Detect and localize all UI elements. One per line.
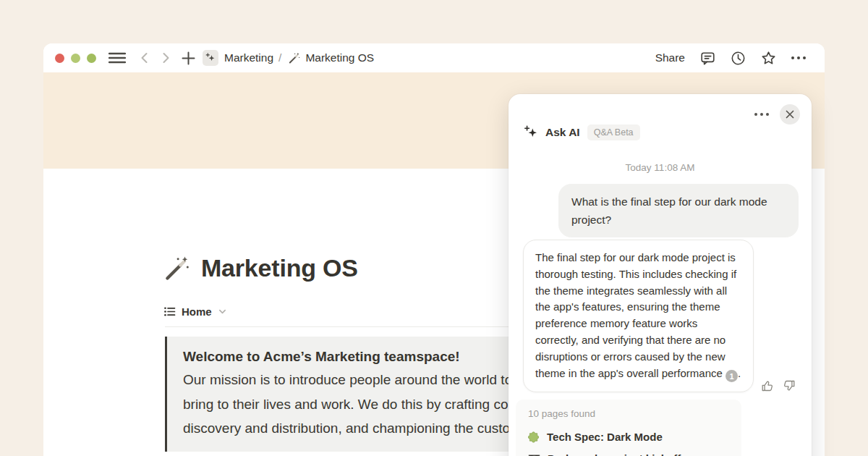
zoom-window-light[interactable]	[87, 54, 96, 63]
view-tab-home[interactable]: Home	[163, 305, 226, 318]
close-icon	[786, 110, 794, 119]
page-title[interactable]: Marketing OS	[201, 254, 358, 282]
ai-sparkle-icon	[524, 125, 538, 140]
panel-more-button[interactable]	[754, 113, 769, 116]
toolbar-actions: Share	[655, 51, 806, 66]
back-icon[interactable]	[138, 51, 151, 64]
source-item[interactable]: Dark mode project kickoff	[528, 447, 741, 456]
more-options-button[interactable]	[791, 56, 806, 59]
chat-timestamp: Today 11:08 AM	[509, 162, 812, 173]
ai-response-period: .	[738, 367, 741, 379]
breadcrumb-separator: /	[278, 51, 281, 64]
thumbs-down-icon[interactable]	[783, 379, 796, 392]
panel-header: Ask AI Q&A Beta	[524, 124, 640, 140]
qa-beta-badge: Q&A Beta	[587, 124, 640, 140]
wand-icon-large[interactable]	[163, 256, 190, 282]
wand-icon	[288, 52, 300, 64]
share-button[interactable]: Share	[655, 51, 685, 64]
close-window-light[interactable]	[55, 54, 64, 63]
screenshot-stage: Marketing / Marketing OS Share	[0, 0, 868, 456]
thumbs-up-icon[interactable]	[761, 379, 774, 392]
minimize-window-light[interactable]	[71, 54, 80, 63]
source-item[interactable]: Tech Spec: Dark Mode	[528, 426, 741, 447]
window-controls	[55, 54, 96, 63]
ai-response-bubble: The final step for our dark mode project…	[523, 240, 754, 392]
sources-count: 10 pages found	[528, 408, 741, 419]
updates-clock-icon[interactable]	[731, 51, 746, 66]
user-message-bubble: What is the final step for our dark mode…	[558, 184, 799, 237]
new-page-icon[interactable]	[182, 51, 195, 65]
sidebar-menu-icon[interactable]	[109, 51, 126, 64]
ai-response-text: The final step for our dark mode project…	[535, 251, 736, 379]
panel-title: Ask AI	[545, 126, 580, 139]
view-tab-label: Home	[182, 305, 212, 318]
teamspace-sparkle-icon[interactable]	[203, 50, 218, 66]
source-title: Tech Spec: Dark Mode	[547, 431, 663, 443]
citation-badge[interactable]: 1	[726, 370, 738, 382]
puzzle-icon	[528, 431, 540, 443]
sources-panel: 10 pages found Tech Spec: Dark Mode Dark…	[516, 400, 741, 456]
ask-ai-panel: Ask AI Q&A Beta Today 11:08 AM What is t…	[509, 94, 812, 456]
page-title-row: Marketing OS	[163, 254, 358, 282]
list-view-icon	[163, 305, 176, 318]
sunglasses-icon	[528, 453, 540, 456]
title-bar: Marketing / Marketing OS Share	[43, 43, 825, 72]
close-panel-button[interactable]	[780, 104, 800, 124]
comments-icon[interactable]	[700, 51, 715, 66]
breadcrumb-page[interactable]: Marketing OS	[305, 51, 374, 64]
forward-icon[interactable]	[159, 51, 172, 64]
chevron-down-icon	[218, 308, 226, 316]
breadcrumb-teamspace[interactable]: Marketing	[224, 51, 273, 64]
source-title: Dark mode project kickoff	[548, 452, 681, 456]
panel-controls	[754, 104, 800, 124]
breadcrumb: Marketing / Marketing OS	[224, 51, 374, 64]
favorite-star-icon[interactable]	[761, 51, 776, 66]
feedback-buttons	[761, 379, 796, 392]
